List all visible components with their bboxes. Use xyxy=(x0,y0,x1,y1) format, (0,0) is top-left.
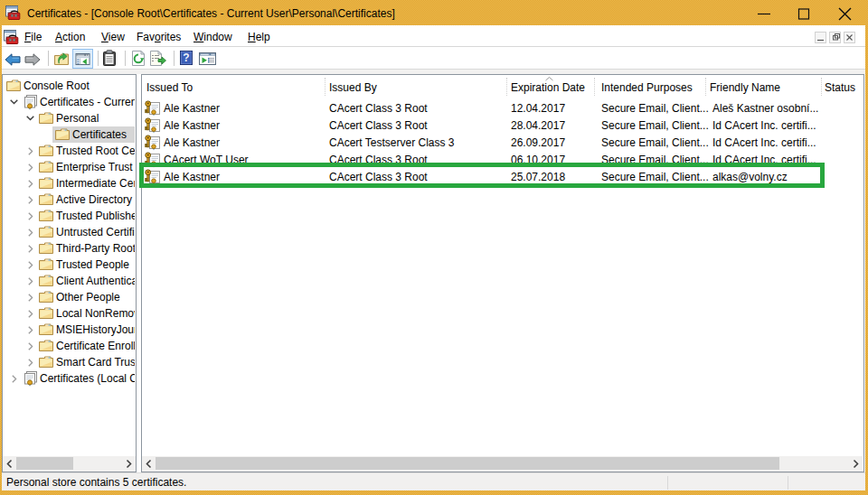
svg-text:?: ? xyxy=(183,51,189,64)
